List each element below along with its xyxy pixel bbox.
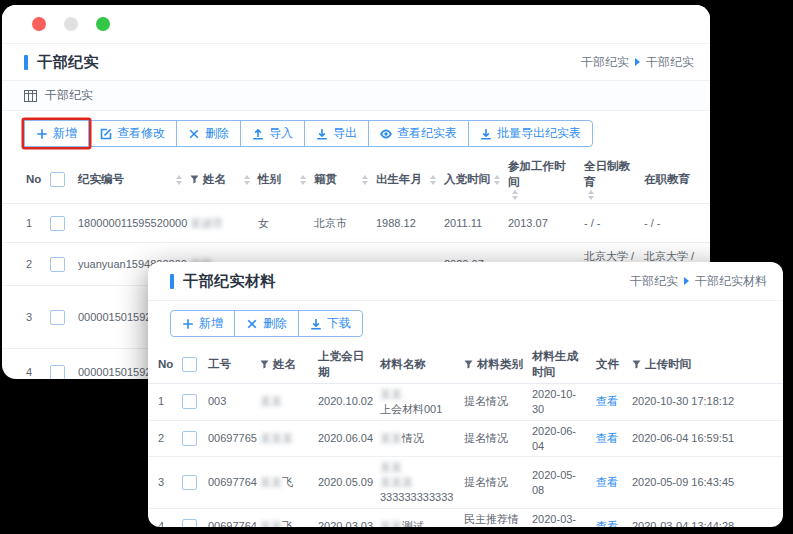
sort-icon[interactable] xyxy=(176,175,182,185)
batch-export-record-table-button[interactable]: 批量导出纪实表 xyxy=(468,120,593,147)
column-header[interactable]: 材料类别 xyxy=(464,354,532,376)
import-button[interactable]: 导入 xyxy=(240,120,305,147)
section-label: 干部纪实 xyxy=(45,87,93,104)
row-checkbox[interactable] xyxy=(50,365,65,379)
column-header xyxy=(182,354,208,375)
table-cell: 1988.12 xyxy=(376,213,444,234)
column-header[interactable]: 姓名 xyxy=(190,169,258,191)
sort-icon[interactable] xyxy=(244,175,250,185)
column-header-text: No xyxy=(26,172,41,188)
row-checkbox[interactable] xyxy=(182,431,197,446)
edit-icon xyxy=(100,128,112,140)
row-checkbox[interactable] xyxy=(182,519,197,527)
view-record-table-button[interactable]: 查看纪实表 xyxy=(368,120,469,147)
column-header-label: 入党时间 xyxy=(444,172,490,188)
table-cell: 00697764 xyxy=(208,516,260,527)
table-cell xyxy=(182,472,208,493)
column-header-text: 姓名 xyxy=(273,357,296,373)
row-checkbox[interactable] xyxy=(182,394,197,409)
redacted-text: 某某某 xyxy=(380,475,413,490)
view-file-link[interactable]: 查看 xyxy=(596,431,618,446)
column-header[interactable]: 入党时间 xyxy=(444,169,508,191)
cell-text: 333333333333 xyxy=(380,490,453,505)
breadcrumb-item[interactable]: 干部纪实 xyxy=(630,273,678,290)
select-all-checkbox[interactable] xyxy=(50,172,65,187)
sort-icon[interactable] xyxy=(512,190,518,200)
column-header xyxy=(50,169,78,190)
column-header: 文件 xyxy=(596,354,632,376)
sort-icon[interactable] xyxy=(494,175,500,185)
table-cell: 某某上会材料001 xyxy=(380,384,464,420)
filter-icon[interactable] xyxy=(464,360,473,369)
row-checkbox[interactable] xyxy=(50,257,65,272)
column-header[interactable]: 出生年月 xyxy=(376,169,444,191)
column-header[interactable]: 性别 xyxy=(258,169,314,191)
column-header-label: 籍贯 xyxy=(314,172,337,188)
table-cell: 2020-05-09 16:43:45 xyxy=(632,472,783,493)
download-button[interactable]: 下载 xyxy=(298,310,363,337)
table-cell: 4 xyxy=(158,516,182,527)
cell-text: 情况 xyxy=(402,431,424,446)
column-header[interactable]: 全日制教育 xyxy=(584,156,644,203)
select-all-checkbox[interactable] xyxy=(182,357,197,372)
column-header-label: 上党会日期 xyxy=(318,349,372,380)
cadre-materials-table: No工号姓名上党会日期材料名称材料类别材料生成时间文件上传时间1003某某202… xyxy=(148,346,783,527)
add-button[interactable]: 新增 xyxy=(170,310,235,337)
column-header-label: 纪实编号 xyxy=(78,172,124,188)
sort-icon[interactable] xyxy=(430,175,436,185)
column-header-label: 性别 xyxy=(258,172,281,188)
filter-icon[interactable] xyxy=(260,360,269,369)
column-header-text: 在职教育 xyxy=(644,172,690,188)
sort-icon[interactable] xyxy=(362,175,368,185)
table-cell: 提名情况 xyxy=(464,472,532,493)
table-cell: 某某某 xyxy=(260,428,318,449)
breadcrumb-item[interactable]: 干部纪实材料 xyxy=(695,273,767,290)
sort-icon[interactable] xyxy=(300,175,306,185)
minimize-window-button[interactable] xyxy=(64,17,78,31)
view-file-link[interactable]: 查看 xyxy=(596,519,618,527)
view-file-link[interactable]: 查看 xyxy=(596,475,618,490)
add-button[interactable]: 新增 xyxy=(24,120,89,147)
table-cell: 查看 xyxy=(596,516,632,527)
row-checkbox[interactable] xyxy=(50,310,65,325)
row-checkbox[interactable] xyxy=(50,216,65,231)
export-button[interactable]: 导出 xyxy=(304,120,369,147)
column-header-text: 材料名称 xyxy=(380,357,426,373)
breadcrumb-item[interactable]: 干部纪实 xyxy=(646,54,694,71)
column-header-text: 姓名 xyxy=(203,172,226,188)
column-header[interactable]: 姓名 xyxy=(260,354,318,376)
column-header-label: 材料生成时间 xyxy=(532,349,588,380)
column-header[interactable]: 上传时间 xyxy=(632,354,783,376)
sort-icon[interactable] xyxy=(588,190,594,200)
view-file-link[interactable]: 查看 xyxy=(596,394,618,409)
table-cell: 查看 xyxy=(596,472,632,493)
close-window-button[interactable] xyxy=(32,17,46,31)
breadcrumb-item[interactable]: 干部纪实 xyxy=(581,54,629,71)
filter-icon[interactable] xyxy=(190,175,199,184)
section-band: 干部纪实 xyxy=(2,81,710,111)
table-cell xyxy=(182,428,208,449)
table-cell: 2020.06.04 xyxy=(318,428,380,449)
zoom-window-button[interactable] xyxy=(96,17,110,31)
column-header[interactable]: 纪实编号 xyxy=(78,169,190,191)
delete-button[interactable]: 删除 xyxy=(176,120,241,147)
table-cell: 某某飞 xyxy=(260,472,318,493)
page-title: 干部纪实材料 xyxy=(183,272,276,291)
row-checkbox[interactable] xyxy=(182,475,197,490)
filter-icon[interactable] xyxy=(632,360,641,369)
column-header: 材料名称 xyxy=(380,354,464,376)
table-row: 1180000011595520000某波语女北京市1988.122011.11… xyxy=(2,204,710,243)
column-header[interactable]: 参加工作时间 xyxy=(508,156,584,203)
view-edit-button[interactable]: 查看修改 xyxy=(88,120,177,147)
delete-button[interactable]: 删除 xyxy=(234,310,299,337)
column-header[interactable]: 籍贯 xyxy=(314,169,376,191)
button-label: 批量导出纪实表 xyxy=(497,125,581,142)
close-icon xyxy=(246,318,258,330)
table-cell: 提名情况 xyxy=(464,391,532,412)
table-cell: 00697764 xyxy=(208,472,260,493)
table-cell: 00697765 xyxy=(208,428,260,449)
table-grid-icon xyxy=(24,90,37,102)
column-header-text: 文件 xyxy=(596,357,619,373)
column-header: 在职教育 xyxy=(644,169,710,191)
cell-text: 飞 xyxy=(282,475,293,490)
